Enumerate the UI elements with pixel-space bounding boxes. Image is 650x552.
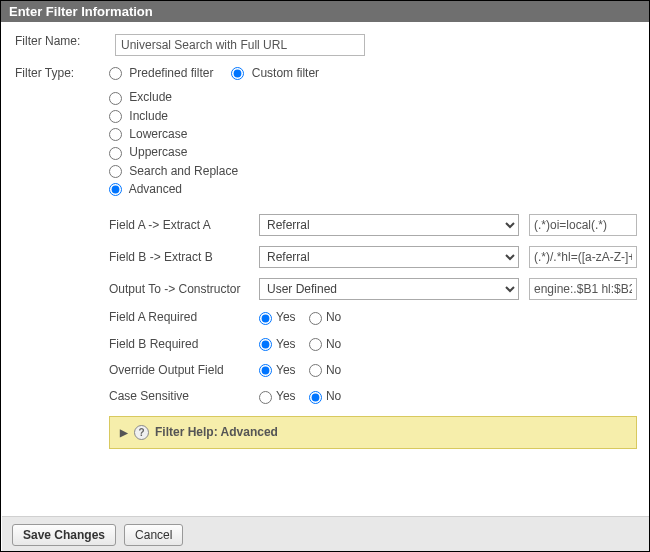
dialog-header: Enter Filter Information	[1, 1, 650, 22]
mode-advanced-radio[interactable]	[109, 183, 122, 196]
filter-help-label: Filter Help: Advanced	[155, 425, 278, 439]
filter-name-input[interactable]	[115, 34, 365, 56]
save-button[interactable]: Save Changes	[12, 524, 116, 546]
field-b-required-no[interactable]: No	[309, 337, 341, 351]
case-sensitive-no[interactable]: No	[309, 389, 341, 403]
override-output-label: Override Output Field	[109, 363, 259, 377]
case-sensitive-yes[interactable]: Yes	[259, 389, 296, 403]
field-a-required-no[interactable]: No	[309, 310, 341, 324]
field-b-pattern-input[interactable]	[529, 246, 637, 268]
mode-include-radio[interactable]	[109, 110, 122, 123]
filter-help-panel[interactable]: ▶ ? Filter Help: Advanced	[109, 416, 637, 449]
mode-uppercase[interactable]: Uppercase	[109, 145, 637, 159]
field-a-required-yes[interactable]: Yes	[259, 310, 296, 324]
cancel-button[interactable]: Cancel	[124, 524, 183, 546]
output-pattern-input[interactable]	[529, 278, 637, 300]
dialog-title: Enter Filter Information	[9, 4, 153, 19]
field-b-required-yes[interactable]: Yes	[259, 337, 296, 351]
field-b-label: Field B -> Extract B	[109, 250, 259, 264]
field-a-pattern-input[interactable]	[529, 214, 637, 236]
override-output-no[interactable]: No	[309, 363, 341, 377]
filter-type-predefined-radio[interactable]	[109, 67, 122, 80]
override-output-yes[interactable]: Yes	[259, 363, 296, 377]
filter-type-custom-radio[interactable]	[231, 67, 244, 80]
filter-type-custom[interactable]: Custom filter	[231, 66, 319, 80]
chevron-right-icon: ▶	[120, 427, 128, 438]
case-sensitive-label: Case Sensitive	[109, 389, 259, 403]
mode-include[interactable]: Include	[109, 109, 637, 123]
field-a-label: Field A -> Extract A	[109, 218, 259, 232]
mode-exclude[interactable]: Exclude	[109, 90, 637, 104]
output-select[interactable]: User Defined	[259, 278, 519, 300]
mode-uppercase-radio[interactable]	[109, 147, 122, 160]
form-body: Filter Name: Filter Type: Predefined fil…	[1, 22, 650, 509]
filter-type-predefined[interactable]: Predefined filter	[109, 66, 213, 80]
field-b-select[interactable]: Referral	[259, 246, 519, 268]
output-label: Output To -> Constructor	[109, 282, 259, 296]
filter-type-label: Filter Type:	[15, 66, 109, 449]
dialog-footer: Save Changes Cancel	[2, 516, 650, 552]
field-a-select[interactable]: Referral	[259, 214, 519, 236]
field-a-required-label: Field A Required	[109, 310, 259, 324]
mode-lowercase[interactable]: Lowercase	[109, 127, 637, 141]
mode-search-replace[interactable]: Search and Replace	[109, 164, 637, 178]
filter-name-label: Filter Name:	[15, 34, 115, 56]
mode-exclude-radio[interactable]	[109, 92, 122, 105]
mode-advanced[interactable]: Advanced	[109, 182, 637, 196]
help-icon: ?	[134, 425, 149, 440]
mode-lowercase-radio[interactable]	[109, 128, 122, 141]
field-b-required-label: Field B Required	[109, 337, 259, 351]
mode-search-replace-radio[interactable]	[109, 165, 122, 178]
